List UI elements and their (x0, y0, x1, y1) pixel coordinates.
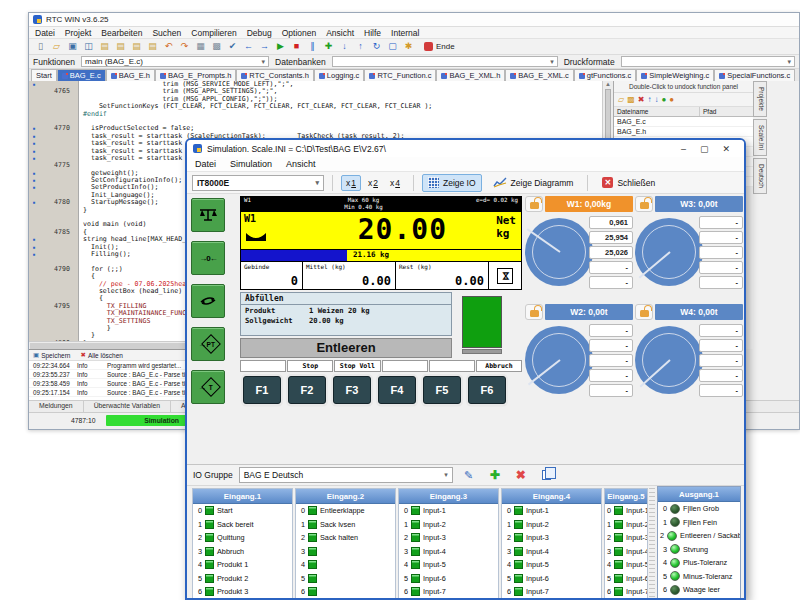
io-output-row[interactable]: 3 Stvrung (658, 543, 740, 557)
toolbar-icon[interactable]: ▯ (33, 40, 48, 53)
input-led-icon[interactable] (308, 587, 317, 596)
input-led-icon[interactable] (411, 533, 420, 542)
function-key[interactable]: F3 (333, 376, 371, 404)
input-led-icon[interactable] (411, 520, 420, 529)
io-input-row[interactable]: 0 Start (193, 504, 292, 518)
scale-select-button[interactable] (191, 198, 225, 232)
io-input-row[interactable]: 0 Input-1 (399, 504, 498, 518)
io-input-row[interactable]: 4 Input-5 (399, 558, 498, 572)
io-output-row[interactable]: 5 Minus-Toleranz (658, 570, 740, 584)
input-led-icon[interactable] (614, 520, 623, 529)
weight-knob[interactable] (635, 218, 703, 286)
io-output-row[interactable]: 1 F|llen Fein (658, 516, 740, 530)
input-led-icon[interactable] (308, 560, 317, 569)
preset-value[interactable]: 25,954 (589, 231, 633, 244)
io-input-row[interactable]: 1 Input-2 (502, 518, 601, 532)
preset-value[interactable]: - (589, 276, 633, 289)
ide-menu-item[interactable]: Optionen (282, 28, 317, 38)
input-led-icon[interactable] (514, 560, 523, 569)
io-input-row[interactable]: 2 Quittung (193, 531, 292, 545)
toolbar-icon[interactable]: ↷ (177, 40, 192, 53)
toolbar-icon[interactable]: ▱ (49, 40, 64, 53)
ide-menu-item[interactable]: Projekt (65, 28, 91, 38)
toolbar-icon[interactable]: ◫ (81, 40, 96, 53)
delete-group-button[interactable]: ✖ (511, 466, 531, 484)
ide-menu-item[interactable]: Suchen (152, 28, 181, 38)
io-input-row[interactable]: 2 Input-3 (605, 531, 647, 545)
io-input-row[interactable]: 0 Entleerklappe (296, 504, 395, 518)
io-input-row[interactable]: 5 Input-6 (502, 572, 601, 586)
io-input-row[interactable]: 3 (296, 545, 395, 559)
preset-value[interactable]: - (589, 339, 633, 352)
file-tab[interactable]: SpecialFunctions.c (714, 69, 795, 81)
io-input-row[interactable]: 6 (296, 585, 395, 599)
input-led-icon[interactable] (205, 547, 214, 556)
io-input-row[interactable]: 4 Produkt 1 (193, 558, 292, 572)
file-tab[interactable]: BAG_E_Prompts.h (155, 69, 236, 81)
input-led-icon[interactable] (205, 533, 214, 542)
end-button[interactable]: Ende (424, 42, 455, 51)
input-led-icon[interactable] (308, 574, 317, 583)
preset-value[interactable]: - (699, 384, 743, 397)
input-led-icon[interactable] (514, 547, 523, 556)
file-tab[interactable]: Logging.c (314, 69, 365, 81)
sim-menu-item[interactable]: Simulation (230, 159, 272, 169)
maximize-button[interactable]: ▢ (700, 144, 709, 154)
entleeren-button[interactable]: Entleeren (240, 338, 452, 358)
preset-value[interactable]: - (699, 339, 743, 352)
lock-button[interactable] (525, 196, 543, 212)
ide-menu-item[interactable]: Hilfe (364, 28, 381, 38)
input-led-icon[interactable] (205, 574, 214, 583)
ide-menu-item[interactable]: Datei (35, 28, 55, 38)
panel-toolbar-icon[interactable]: ▱ (618, 95, 624, 104)
panel-toolbar-icon[interactable]: ✖ (638, 95, 645, 104)
io-input-row[interactable]: 5 Input-6 (399, 572, 498, 586)
file-list-item[interactable]: BAG_E.h (614, 127, 753, 137)
input-led-icon[interactable] (614, 547, 623, 556)
sim-menu-item[interactable]: Ansicht (286, 159, 316, 169)
io-output-row[interactable]: 7 Charge fertig (658, 597, 740, 600)
io-input-row[interactable]: 5 Input-6 (605, 572, 647, 586)
sim-titlebar[interactable]: Simulation. Scale.INI = C:\D\Test\BAG E\… (187, 140, 744, 157)
softkey[interactable] (382, 360, 428, 372)
lock-button[interactable] (525, 304, 543, 320)
toolbar-icon[interactable]: ▤ (145, 40, 160, 53)
input-led-icon[interactable] (308, 520, 317, 529)
io-group-combo[interactable]: BAG E Deutsch ▾ (239, 467, 453, 483)
input-led-icon[interactable] (411, 574, 420, 583)
input-led-icon[interactable] (614, 533, 623, 542)
panel-toolbar-icon[interactable]: ● (661, 95, 666, 104)
input-led-icon[interactable] (205, 587, 214, 596)
softkey[interactable]: Stop Voll (334, 360, 380, 372)
toolbar-icon[interactable]: ▣ (65, 40, 80, 53)
tare-button[interactable]: → T (191, 370, 225, 404)
file-tab[interactable]: BAG_E_XML.c (505, 69, 573, 81)
toolbar-icon[interactable]: ↑ (353, 40, 368, 53)
input-led-icon[interactable] (514, 506, 523, 515)
copy-group-button[interactable] (537, 466, 557, 484)
toolbar-icon[interactable]: ▤ (113, 40, 128, 53)
input-led-icon[interactable] (308, 506, 317, 515)
io-input-row[interactable]: 3 Abbruch (193, 545, 292, 559)
ide-menu-item[interactable]: Internal (391, 28, 419, 38)
show-diagram-button[interactable]: Zeige Diagramm (487, 174, 580, 192)
io-input-row[interactable]: 2 Sack halten (296, 531, 395, 545)
zoom-button[interactable]: x1 (341, 175, 361, 191)
zoom-button[interactable]: x2 (363, 175, 383, 191)
io-input-row[interactable]: 4 Input-5 (605, 558, 647, 572)
toolbar-icon[interactable]: ▩ (209, 40, 224, 53)
panel-toolbar-icon[interactable]: ↓ (654, 95, 658, 104)
lock-button[interactable] (635, 196, 653, 212)
device-combo[interactable]: IT8000E ▾ (192, 175, 324, 191)
io-input-row[interactable]: 4 Input-5 (502, 558, 601, 572)
io-output-row[interactable]: 6 Waage leer (658, 583, 740, 597)
panel-toolbar-icon[interactable]: ↑ (647, 95, 651, 104)
panel-toolbar-icon[interactable]: ● (669, 95, 674, 104)
input-led-icon[interactable] (514, 587, 523, 596)
io-input-row[interactable]: 5 (296, 572, 395, 586)
io-input-row[interactable]: 3 Input-4 (605, 545, 647, 559)
datenbanken-combo[interactable]: ▾ (332, 56, 558, 67)
ide-menu-item[interactable]: Compilieren (191, 28, 236, 38)
toolbar-icon[interactable]: ↻ (369, 40, 384, 53)
preset-value[interactable]: - (699, 324, 743, 337)
